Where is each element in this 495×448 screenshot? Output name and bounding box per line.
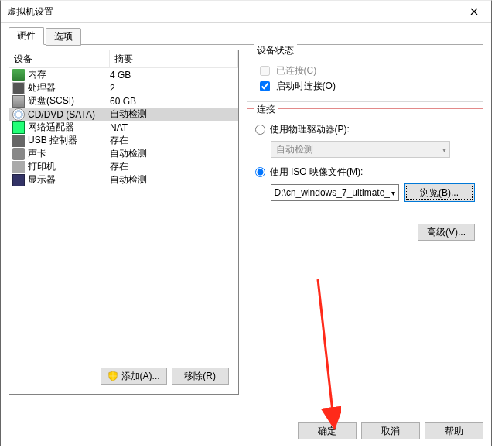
connect-at-poweron-label: 启动时连接(O) [276,80,336,93]
help-label: 帮助 [445,425,463,438]
memory-icon [12,69,25,81]
device-list[interactable]: 设备 摘要 内存 4 GB 处理器 2 [9,50,238,394]
device-status-legend: 设备状态 [254,44,297,57]
browse-button[interactable]: 浏览(B)... [404,183,475,202]
remove-device-label: 移除(R) [184,370,216,383]
display-icon [12,174,25,186]
connected-label: 已连接(C) [276,64,317,77]
printer-icon [12,161,25,173]
add-device-label: 添加(A)... [121,370,160,383]
cancel-button[interactable]: 取消 [361,422,420,439]
device-row-net[interactable]: 网络适配器 NAT [9,121,238,134]
hdd-icon [12,95,25,108]
window-title: 虚拟机设置 [7,5,53,19]
help-button[interactable]: 帮助 [425,422,483,439]
device-row-printer[interactable]: 打印机 存在 [9,160,238,173]
remove-device-button[interactable]: 移除(R) [172,368,229,385]
chevron-down-icon: ▾ [390,189,397,197]
device-row-display[interactable]: 显示器 自动检测 [9,173,238,186]
cd-icon [12,108,25,121]
sound-icon [12,148,25,160]
ok-button[interactable]: 确定 [298,422,357,439]
use-physical-label: 使用物理驱动器(P): [270,123,350,136]
add-device-button[interactable]: 添加(A)... [101,368,167,385]
shield-icon [108,371,118,381]
network-icon [12,121,25,134]
col-summary[interactable]: 摘要 [110,50,238,67]
connected-checkbox [260,66,270,76]
advanced-label: 高级(V)... [427,226,466,239]
connection-legend: 连接 [254,103,278,116]
device-row-cddvd[interactable]: CD/DVD (SATA) 自动检测 [9,108,238,121]
connect-at-poweron-checkbox[interactable] [260,81,270,91]
use-physical-radio[interactable] [255,125,265,135]
device-row-sound[interactable]: 声卡 自动检测 [9,147,238,160]
usb-icon [12,135,25,147]
use-iso-label: 使用 ISO 映像文件(M): [270,166,364,179]
iso-path-combo[interactable]: D:\cn_windows_7_ultimate_ ▾ [271,184,399,201]
tab-options[interactable]: 选项 [46,28,81,46]
chevron-down-icon: ▾ [442,145,446,154]
device-status-group: 设备状态 已连接(C) 启动时连接(O) [247,50,483,102]
device-list-header: 设备 摘要 [9,50,238,68]
use-iso-radio[interactable] [255,167,265,177]
device-panel: 设备 摘要 内存 4 GB 处理器 2 [9,50,239,395]
cancel-label: 取消 [381,425,400,438]
browse-label: 浏览(B)... [420,186,459,200]
device-row-memory[interactable]: 内存 4 GB [9,68,238,81]
close-icon [470,8,478,15]
device-row-cpu[interactable]: 处理器 2 [9,81,238,94]
cpu-icon [12,82,25,94]
iso-path-value: D:\cn_windows_7_ultimate_ [275,187,390,198]
close-button[interactable] [457,1,491,22]
device-row-hdd[interactable]: 硬盘(SCSI) 60 GB [9,94,238,108]
physical-drive-dropdown: 自动检测 ▾ [271,141,450,158]
device-row-usb[interactable]: USB 控制器 存在 [9,134,238,147]
physical-drive-value: 自动检测 [276,143,313,156]
connection-group: 连接 使用物理驱动器(P): 自动检测 ▾ [247,108,483,255]
advanced-button[interactable]: 高级(V)... [418,224,475,241]
tab-hardware[interactable]: 硬件 [9,27,44,45]
ok-label: 确定 [318,425,336,438]
tab-strip: 硬件 选项 [9,28,483,45]
col-device[interactable]: 设备 [9,50,110,67]
